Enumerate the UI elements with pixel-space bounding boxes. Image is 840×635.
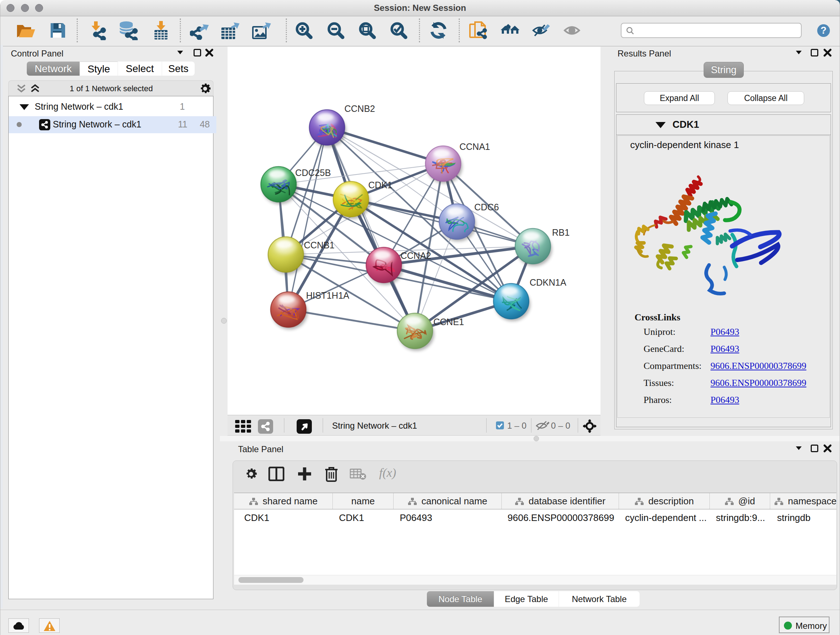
svg-text:CCNE1: CCNE1 (433, 317, 464, 327)
svg-text:CDC6: CDC6 (474, 202, 499, 212)
svg-text:HIST1H1A: HIST1H1A (306, 290, 349, 301)
svg-text:CCNA2: CCNA2 (401, 250, 431, 261)
svg-text:CDK1: CDK1 (368, 180, 393, 190)
svg-text:CDC25B: CDC25B (295, 168, 331, 178)
svg-text:CCNB1: CCNB1 (304, 240, 335, 250)
svg-text:CCNA1: CCNA1 (459, 141, 490, 152)
svg-text:RB1: RB1 (552, 227, 570, 238)
svg-text:CDKN1A: CDKN1A (530, 277, 567, 287)
svg-text:CCNB2: CCNB2 (344, 103, 375, 114)
